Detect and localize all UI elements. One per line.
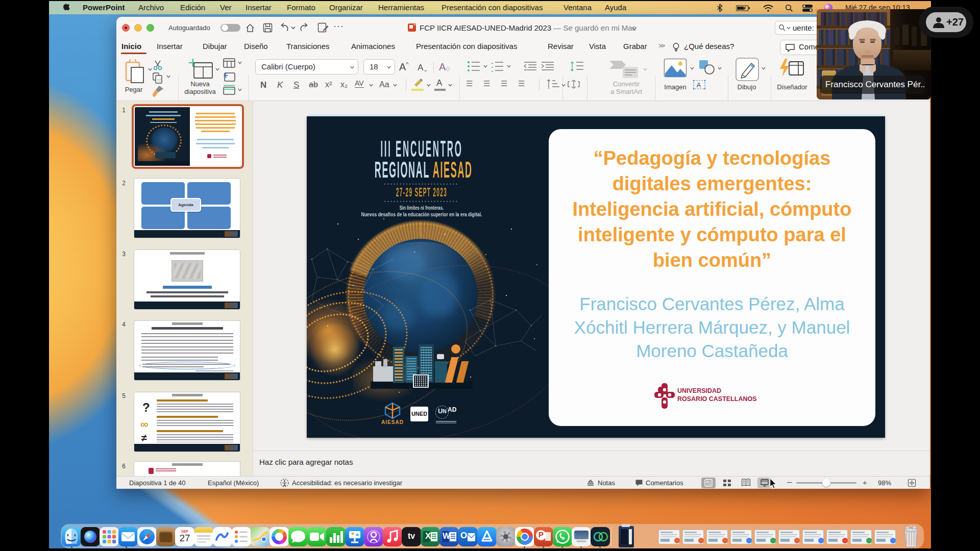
svg-text:A: A	[697, 82, 701, 89]
